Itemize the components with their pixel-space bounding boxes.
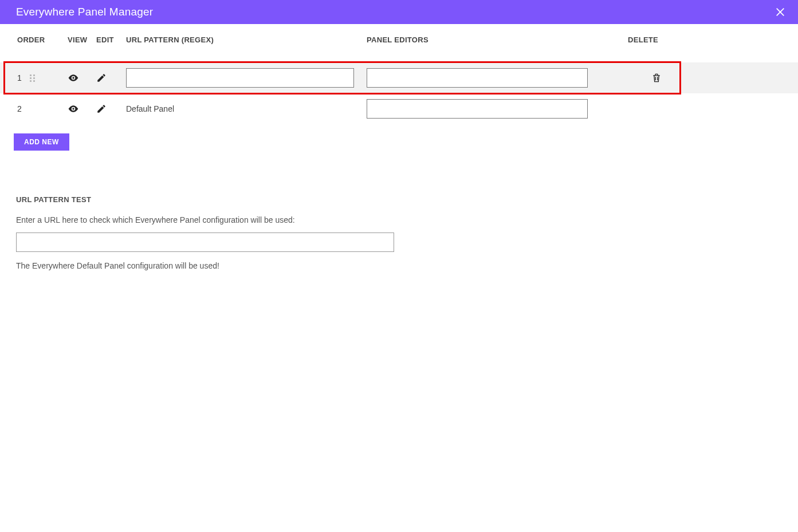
header-editors: PANEL EDITORS [367,36,628,44]
table-row: 1 [0,62,798,93]
url-pattern-test-section: URL PATTERN TEST Enter a URL here to che… [0,151,798,270]
column-headers: ORDER VIEW EDIT URL PATTERN (REGEX) PANE… [0,24,798,56]
test-url-input[interactable] [16,232,394,252]
app-title: Everywhere Panel Manager [16,6,153,18]
delete-button[interactable] [651,72,662,84]
order-number: 1 [17,73,22,82]
drag-handle-icon[interactable] [30,74,36,82]
test-desc: Enter a URL here to check which Everywhe… [16,215,798,224]
title-bar: Everywhere Panel Manager [0,0,798,24]
view-button[interactable] [68,72,79,84]
header-delete: DELETE [628,36,685,44]
add-new-button[interactable]: ADD NEW [14,133,69,151]
panel-editors-input[interactable] [367,68,588,88]
view-button[interactable] [68,103,79,115]
table-row: 2 Default Panel [0,93,798,124]
url-pattern-text: Default Panel [126,104,174,113]
pencil-icon [96,104,107,114]
close-icon [775,7,785,17]
header-order: ORDER [17,36,68,44]
eye-icon [68,103,79,115]
order-cell: 2 [17,104,68,113]
edit-button[interactable] [96,104,107,114]
header-edit: EDIT [96,36,126,44]
url-pattern-input[interactable] [126,68,354,88]
order-number: 2 [17,104,22,113]
edit-button[interactable] [96,73,107,83]
trash-icon [651,72,662,84]
header-url: URL PATTERN (REGEX) [126,36,367,44]
order-cell: 1 [17,73,68,82]
header-view: VIEW [68,36,96,44]
test-result: The Everywhere Default Panel configurati… [16,261,798,270]
test-title: URL PATTERN TEST [16,195,798,204]
pencil-icon [96,73,107,83]
panel-editors-input[interactable] [367,99,588,119]
eye-icon [68,72,79,84]
close-button[interactable] [775,7,785,17]
